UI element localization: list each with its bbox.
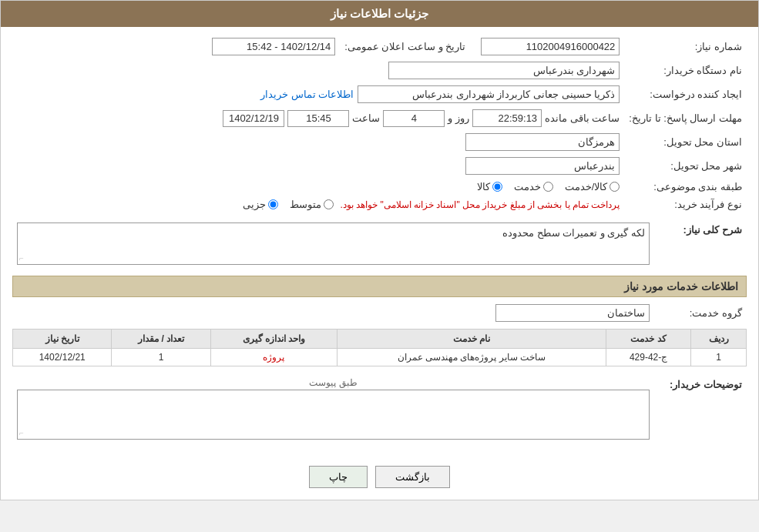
page-header: جزئیات اطلاعات نیاز xyxy=(1,1,758,27)
print-button[interactable]: چاپ xyxy=(309,466,368,488)
service-group-label: گروه خدمت: xyxy=(654,301,747,325)
deadline-time-label: ساعت xyxy=(352,112,380,124)
col-date: تاریخ نیاز xyxy=(13,330,112,349)
page-title: جزئیات اطلاعات نیاز xyxy=(331,7,428,20)
resize-handle2: ⌐ xyxy=(19,429,24,437)
purchase-radio-group: متوسط جزیی xyxy=(243,199,334,210)
date-value: 1402/12/14 - 15:42 xyxy=(212,38,335,55)
deadline-time: 15:45 xyxy=(287,110,349,127)
creator-label: ایجاد کننده درخواست: xyxy=(624,82,747,106)
purchase-type-label: نوع فرآیند خرید: xyxy=(624,196,747,213)
buyer-notes-label: توضیحات خریدار: xyxy=(654,374,747,443)
category-radio-khedmat-input[interactable] xyxy=(543,182,553,192)
deadline-days: 4 xyxy=(383,110,445,127)
col-row-num: ردیف xyxy=(691,330,747,349)
request-number-label: شماره نیاز: xyxy=(624,35,747,59)
category-radio-group: کالا/خدمت خدمت کالا xyxy=(17,181,620,192)
category-radio-kala-khedmat-label: کالا/خدمت xyxy=(565,181,608,192)
deadline-remaining-label: ساعت باقی مانده xyxy=(545,112,620,124)
category-radio-kala-khedmat-input[interactable] xyxy=(610,182,620,192)
contact-link[interactable]: اطلاعات تماس خریدار xyxy=(260,89,354,100)
category-label: طبقه بندی موضوعی: xyxy=(624,178,747,196)
category-radio-kala-khedmat[interactable]: کالا/خدمت xyxy=(565,181,620,192)
cell-service-name: ساخت سایر پروژه‌های مهندسی عمران xyxy=(338,349,606,366)
city-label: شهر محل تحویل: xyxy=(624,154,747,178)
col-service-code: کد خدمت xyxy=(606,330,691,349)
deadline-label: مهلت ارسال پاسخ: تا تاریخ: xyxy=(624,106,747,130)
purchase-radio-medium[interactable]: متوسط xyxy=(290,199,334,210)
cell-date: 1402/12/21 xyxy=(13,349,112,366)
purchase-warning-text: پرداخت تمام یا بخشی از مبلغ خریداز محل "… xyxy=(340,199,620,210)
creator-value: ذکریا حسینی جعانی کاربرداز شهرداری بندرع… xyxy=(358,85,620,103)
back-button[interactable]: بازگشت xyxy=(375,466,450,488)
deadline-remaining: 22:59:13 xyxy=(472,109,542,127)
request-number-value: 1102004916000422 xyxy=(481,38,620,55)
services-section-title: اطلاعات خدمات مورد نیاز xyxy=(12,276,747,297)
org-name-label: نام دستگاه خریدار: xyxy=(624,59,747,82)
buyer-notes-box: ⌐ xyxy=(17,390,650,440)
description-box: لکه گیری و تعمیرات سطح محدوده ⌐ xyxy=(17,223,650,265)
cell-unit: پروژه xyxy=(210,349,337,366)
category-radio-kala[interactable]: کالا xyxy=(477,181,502,192)
cell-quantity: 1 xyxy=(112,349,210,366)
purchase-radio-minor-input[interactable] xyxy=(268,199,278,209)
province-label: استان محل تحویل: xyxy=(624,130,747,154)
category-radio-kala-label: کالا xyxy=(477,181,490,192)
category-radio-khedmat-label: خدمت xyxy=(514,181,541,192)
date-label: تاریخ و ساعت اعلان عمومی: xyxy=(340,35,470,59)
button-bar: بازگشت چاپ xyxy=(1,454,758,500)
attachment-label: طبق پیوست xyxy=(17,377,650,388)
purchase-radio-medium-label: متوسط xyxy=(290,199,321,210)
purchase-radio-medium-input[interactable] xyxy=(324,199,334,209)
services-table: ردیف کد خدمت نام خدمت واحد اندازه گیری ت… xyxy=(12,329,747,366)
org-name-value: شهرداری بندرعباس xyxy=(388,62,620,79)
city-value: بندرعباس xyxy=(465,157,620,175)
col-service-name: نام خدمت xyxy=(338,330,606,349)
cell-row-num: 1 xyxy=(691,349,747,366)
category-radio-khedmat[interactable]: خدمت xyxy=(514,181,553,192)
description-label: شرح کلی نیاز: xyxy=(654,219,747,268)
purchase-radio-minor-label: جزیی xyxy=(243,199,266,210)
deadline-date: 1402/12/19 xyxy=(223,110,284,127)
cell-service-code: ج-42-429 xyxy=(606,349,691,366)
col-quantity: تعداد / مقدار xyxy=(112,330,210,349)
table-row: 1 ج-42-429 ساخت سایر پروژه‌های مهندسی عم… xyxy=(13,349,747,366)
purchase-radio-minor[interactable]: جزیی xyxy=(243,199,278,210)
deadline-days-label: روز و xyxy=(448,112,469,124)
category-radio-kala-input[interactable] xyxy=(492,182,502,192)
province-value: هرمزگان xyxy=(465,133,620,151)
description-value: لکه گیری و تعمیرات سطح محدوده xyxy=(502,227,645,239)
resize-handle: ⌐ xyxy=(19,254,24,263)
col-unit: واحد اندازه گیری xyxy=(210,330,337,349)
service-group-value: ساختمان xyxy=(495,304,650,322)
